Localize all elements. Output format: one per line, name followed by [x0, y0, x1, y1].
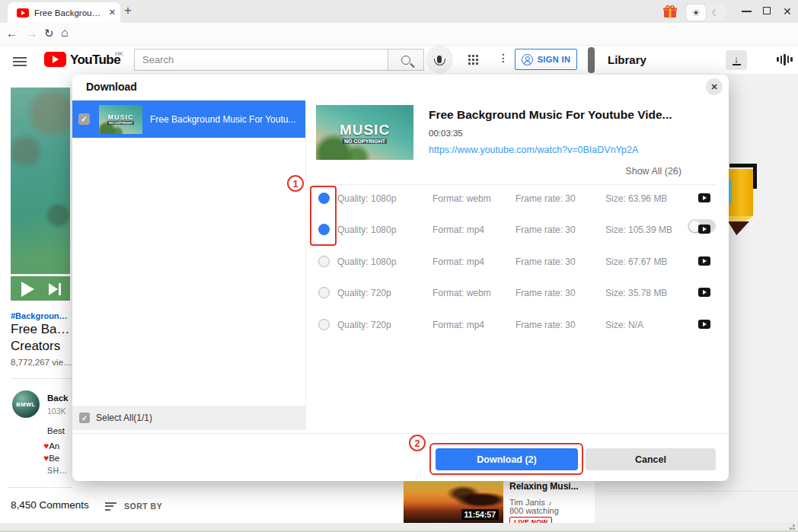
- player-progress-bar[interactable]: [11, 274, 70, 276]
- forward-icon[interactable]: →: [26, 27, 37, 40]
- search-input[interactable]: [134, 49, 388, 71]
- video-type-icon: [698, 256, 710, 266]
- play-icon[interactable]: [21, 282, 34, 297]
- search-icon: [401, 56, 410, 65]
- format-row[interactable]: Quality: 1080p Format: webm Frame rate: …: [312, 189, 720, 209]
- tab-close-icon[interactable]: ✕: [109, 8, 116, 18]
- comments-count: 8,450 Comments: [11, 499, 89, 511]
- maximize-button[interactable]: [763, 7, 771, 14]
- item-title: Free Background Music For Youtu...: [150, 114, 295, 125]
- radio-unselected[interactable]: [318, 256, 330, 267]
- youtube-header: YouTube HK ⋮ SIGN IN Library ↓: [0, 46, 798, 74]
- search-button[interactable]: [388, 49, 424, 71]
- check-icon: ✓: [81, 115, 87, 123]
- gift-icon[interactable]: [663, 5, 677, 18]
- resize-grip[interactable]: [789, 524, 795, 530]
- channel-avatar[interactable]: BMWL: [12, 390, 40, 418]
- format-row[interactable]: Quality: 1080p Format: mp4 Frame rate: 3…: [312, 252, 720, 272]
- panel-divider: [305, 100, 306, 430]
- sign-in-label: SIGN IN: [538, 55, 571, 64]
- show-more-link[interactable]: SHOW: [47, 466, 72, 475]
- video-timestamp: 11:54:57: [461, 509, 499, 520]
- dialog-title: Download: [86, 81, 137, 93]
- radio-unselected[interactable]: [318, 287, 330, 298]
- formats-divider: [316, 184, 716, 185]
- video-title-line1: Free Backgr: [11, 321, 72, 338]
- radio-unselected[interactable]: [318, 319, 330, 330]
- suggested-video-title[interactable]: Relaxing Musi...: [509, 481, 595, 492]
- addressbar: ← → ↻ ⌂ https://www.youtube.com/watch?v=…: [0, 23, 798, 46]
- home-icon[interactable]: ⌂: [61, 26, 69, 40]
- youtube-wordmark[interactable]: YouTube: [70, 53, 120, 68]
- dialog-close-button[interactable]: ✕: [706, 78, 723, 95]
- browser-tab[interactable]: Free Background Mus ✕: [8, 2, 120, 23]
- window-close-button[interactable]: ✕: [783, 5, 792, 18]
- download-dialog: Download ✕ ✓ MUSIC NO COPYRIGHT Free Bac…: [72, 75, 729, 481]
- hashtag-link[interactable]: #BackgroundMusi: [11, 311, 72, 320]
- select-all-label: Select All(1/1): [96, 413, 152, 423]
- close-icon: ✕: [710, 82, 717, 92]
- suggested-video-thumbnail[interactable]: 11:54:57: [404, 481, 503, 523]
- video-title: Free Background Music For Youtube Vide..…: [429, 108, 718, 122]
- format-row[interactable]: Quality: 1080p Format: mp4 Frame rate: 3…: [312, 220, 720, 240]
- sign-in-button[interactable]: SIGN IN: [515, 49, 577, 70]
- item-thumbnail: MUSIC NO COPYRIGHT: [99, 105, 142, 134]
- hamburger-menu-icon[interactable]: [13, 55, 27, 68]
- step2-annotation: 2: [409, 435, 426, 451]
- person-icon: [522, 54, 533, 65]
- video-url-link[interactable]: https://www.youtube.com/watch?v=0BIaDVnY…: [429, 145, 718, 155]
- sort-icon[interactable]: [105, 500, 117, 512]
- download-underline: [733, 64, 741, 65]
- step1-highlight-box: [310, 186, 337, 246]
- comment-text: Best: [47, 426, 72, 435]
- voice-search-button[interactable]: [426, 46, 453, 73]
- page-scrollbar-thumb[interactable]: [588, 47, 595, 73]
- video-type-icon: [698, 193, 710, 202]
- reload-icon[interactable]: ↻: [44, 27, 54, 40]
- app-window: Free Background Mus ✕ + ☀ ☾ ✕ ← → ↻ ⌂ ht…: [0, 0, 798, 532]
- light-mode-icon[interactable]: ☀: [686, 5, 706, 21]
- youtube-favicon: [17, 8, 29, 18]
- show-all-label: Show All (26): [625, 166, 681, 177]
- next-icon[interactable]: [49, 283, 61, 295]
- format-row[interactable]: Quality: 720p Format: webm Frame rate: 3…: [312, 283, 720, 303]
- download-arrow-icon: ↓: [734, 55, 739, 63]
- select-all-bar: ✓ Select All(1/1): [72, 406, 305, 430]
- library-divider: [602, 491, 798, 492]
- downloads-tab-button[interactable]: ↓: [726, 50, 747, 70]
- sort-by-label[interactable]: SORT BY: [124, 502, 162, 511]
- item-checkbox[interactable]: ✓: [78, 113, 90, 125]
- divider: [8, 487, 72, 488]
- video-title-line2: Creators: [11, 338, 72, 355]
- select-all-checkbox[interactable]: ✓: [79, 413, 90, 423]
- step2-highlight-box: [429, 443, 583, 475]
- new-tab-button[interactable]: +: [124, 3, 132, 18]
- video-type-icon: [698, 320, 710, 329]
- check-icon: ✓: [81, 414, 88, 422]
- video-list-item[interactable]: ✓ MUSIC NO COPYRIGHT Free Background Mus…: [72, 100, 305, 138]
- watching-count: 800 watching: [509, 506, 559, 515]
- minimize-button[interactable]: [742, 11, 752, 12]
- youtube-logo-icon[interactable]: [44, 52, 66, 67]
- more-options-icon[interactable]: ⋮: [498, 52, 509, 64]
- audio-library-icon[interactable]: [777, 53, 793, 65]
- channel-name[interactable]: Back: [47, 393, 72, 403]
- format-row[interactable]: Quality: 720p Format: mp4 Frame rate: 30…: [312, 315, 720, 335]
- tab-title: Free Background Mus: [34, 8, 104, 18]
- subscriber-count: 103K: [47, 406, 72, 416]
- video-type-icon: [698, 288, 710, 297]
- video-thumbnail: MUSIC NO COPYRIGHT: [316, 105, 413, 160]
- dark-mode-icon[interactable]: ☾: [706, 5, 726, 21]
- cancel-button[interactable]: Cancel: [586, 448, 716, 470]
- video-player[interactable]: [11, 88, 70, 301]
- library-title: Library: [608, 53, 646, 66]
- apps-grid-icon[interactable]: [468, 55, 471, 57]
- titlebar: Free Background Mus ✕ + ☀ ☾ ✕: [0, 0, 798, 23]
- theme-toggle[interactable]: ☀ ☾: [686, 5, 726, 21]
- view-count: 8,772,267 views: [11, 358, 72, 367]
- back-icon[interactable]: ←: [6, 27, 18, 40]
- comment-line: ♥Be: [43, 451, 72, 464]
- step1-annotation: 1: [287, 175, 304, 192]
- footer-divider: [72, 433, 729, 434]
- video-duration: 00:03:35: [429, 129, 463, 138]
